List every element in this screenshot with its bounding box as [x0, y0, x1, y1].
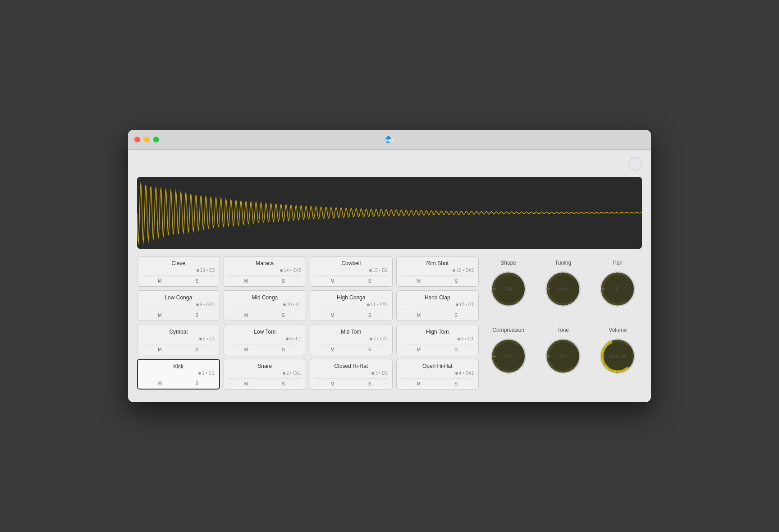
solo-button[interactable]: S	[266, 312, 301, 319]
mute-button[interactable]: M	[401, 278, 437, 284]
drum-pad-kick[interactable]: Kick 1 • C1 M S	[137, 359, 220, 390]
maximize-button[interactable]	[153, 137, 159, 142]
mute-button[interactable]: M	[401, 346, 437, 353]
knob-value-pan: C	[616, 286, 619, 292]
drum-row-1: Low Conga 9 • G#1 M S Mid Conga 10 • A1 …	[137, 290, 479, 321]
drum-pad-mid-conga[interactable]: Mid Conga 10 • A1 M S	[224, 290, 307, 321]
window-title: 下载集	[383, 135, 396, 145]
pad-note: 10 • A1	[229, 302, 302, 307]
drum-pad-hand-clap[interactable]: Hand Clap 12 • B1 M S	[396, 290, 479, 321]
drum-pad-high-conga[interactable]: High Conga 11 • A#1 M S	[310, 290, 393, 321]
drum-pad-closed-hi-hat[interactable]: Closed Hi-Hat 3 • D1 M S	[310, 359, 393, 390]
drum-pad-clave[interactable]: Clave 13 • C2 M S	[137, 256, 220, 287]
pad-controls: M S	[229, 310, 302, 319]
pad-controls: M S	[142, 275, 215, 284]
solo-button[interactable]: S	[179, 312, 215, 319]
pad-label: Low Conga	[142, 294, 215, 301]
mute-button[interactable]: M	[142, 278, 178, 284]
drum-pad-rim-shot[interactable]: Rim Shot 16 • D#2 M S	[396, 256, 479, 287]
drum-row-2: Cymbal 5 • E1 M S Low Tom 6 • F1 M S Mid…	[137, 325, 479, 355]
pad-note: 5 • E1	[142, 336, 215, 341]
solo-button[interactable]: S	[179, 278, 215, 284]
header-row	[137, 157, 642, 170]
solo-button[interactable]: S	[438, 278, 474, 284]
pad-label: Cymbal	[142, 329, 215, 335]
knob-compression[interactable]: 0%	[489, 337, 528, 376]
knob-pan[interactable]: C	[598, 270, 637, 308]
knob-group-tone: Tone 0%	[539, 327, 587, 390]
solo-button[interactable]: S	[352, 381, 388, 387]
drum-pad-low-tom[interactable]: Low Tom 6 • F1 M S	[224, 325, 307, 355]
mute-button[interactable]: M	[142, 346, 178, 353]
mute-button[interactable]: M	[229, 381, 264, 387]
mute-button[interactable]: M	[315, 312, 350, 319]
knob-label-shape: Shape	[500, 260, 516, 266]
mute-button[interactable]: M	[315, 346, 350, 353]
pad-label: Open Hi-Hat	[401, 363, 474, 369]
drum-pad-snare[interactable]: Snare 2 • C#1 M S	[224, 359, 307, 390]
drum-pad-cymbal[interactable]: Cymbal 5 • E1 M S	[137, 325, 220, 355]
drum-pad-mid-tom[interactable]: Mid Tom 7 • F#1 M S	[310, 325, 393, 355]
app-logo: 下载集	[383, 135, 393, 145]
mute-button[interactable]: M	[401, 312, 437, 319]
drum-pad-maraca[interactable]: Maraca 14 • C#2 M S	[224, 256, 307, 287]
solo-button[interactable]: S	[438, 346, 474, 353]
knob-volume[interactable]: +0.0 dB	[598, 337, 637, 376]
drum-pad-cowbell[interactable]: Cowbell 15 • D2 M S	[310, 256, 393, 287]
solo-button[interactable]: S	[179, 380, 215, 387]
drum-pad-high-tom[interactable]: High Tom 8 • G1 M S	[396, 325, 479, 355]
pad-controls: M S	[315, 275, 388, 284]
close-button[interactable]	[134, 137, 140, 142]
pad-label: Hand Clap	[401, 294, 474, 301]
solo-button[interactable]: S	[352, 346, 388, 353]
pad-note: 13 • C2	[142, 268, 215, 273]
solo-button[interactable]: S	[266, 346, 301, 353]
pad-label: High Tom	[401, 329, 474, 335]
drum-pad-low-conga[interactable]: Low Conga 9 • G#1 M S	[137, 290, 220, 321]
solo-button[interactable]: S	[266, 381, 301, 387]
mute-button[interactable]: M	[315, 381, 350, 387]
knob-tone[interactable]: 0%	[544, 337, 582, 376]
knob-shape[interactable]: 0%	[489, 270, 528, 308]
pad-controls: M S	[401, 378, 474, 387]
knob-tuning[interactable]: 0 ct	[544, 270, 582, 308]
knob-label-volume: Volume	[609, 327, 627, 333]
mute-button[interactable]: M	[142, 380, 178, 387]
pad-label: Mid Tom	[315, 329, 388, 335]
drum-row-3: Kick 1 • C1 M S Snare 2 • C#1 M S Closed…	[137, 359, 479, 390]
pad-controls: M S	[315, 344, 388, 353]
mute-button[interactable]: M	[229, 346, 264, 353]
knob-group-pan: Pan C	[594, 260, 642, 322]
solo-button[interactable]: S	[352, 278, 388, 284]
knob-label-tuning: Tuning	[555, 260, 571, 266]
pad-controls: M S	[142, 378, 215, 387]
pad-note: 7 • F#1	[315, 336, 388, 341]
waveform-canvas	[137, 177, 642, 249]
solo-button[interactable]: S	[352, 312, 388, 319]
solo-button[interactable]: S	[438, 312, 474, 319]
pad-note: 6 • F1	[229, 336, 302, 341]
pad-label: Clave	[142, 260, 215, 266]
solo-button[interactable]: S	[179, 346, 215, 353]
more-options-button[interactable]	[628, 157, 642, 170]
knob-group-volume: Volume +0.0 dB	[594, 327, 642, 390]
pad-label: Maraca	[229, 260, 302, 266]
knob-group-shape: Shape 0%	[484, 260, 532, 322]
minimize-button[interactable]	[144, 137, 150, 142]
mute-button[interactable]: M	[229, 278, 264, 284]
svg-marker-1	[388, 136, 391, 138]
solo-button[interactable]: S	[438, 381, 474, 387]
mute-button[interactable]: M	[142, 312, 178, 319]
knob-value-volume: +0.0 dB	[609, 353, 626, 359]
pad-controls: M S	[401, 275, 474, 284]
mute-button[interactable]: M	[315, 278, 350, 284]
drum-row-0: Clave 13 • C2 M S Maraca 14 • C#2 M S Co…	[137, 256, 479, 287]
pad-note: 2 • C#1	[229, 371, 302, 376]
solo-button[interactable]: S	[266, 278, 301, 284]
pad-label: Closed Hi-Hat	[315, 363, 388, 369]
mute-button[interactable]: M	[401, 381, 437, 387]
drum-pad-grid: Clave 13 • C2 M S Maraca 14 • C#2 M S Co…	[137, 256, 479, 393]
main-area: Clave 13 • C2 M S Maraca 14 • C#2 M S Co…	[137, 256, 642, 393]
mute-button[interactable]: M	[229, 312, 264, 319]
drum-pad-open-hi-hat[interactable]: Open Hi-Hat 4 • D#1 M S	[396, 359, 479, 390]
